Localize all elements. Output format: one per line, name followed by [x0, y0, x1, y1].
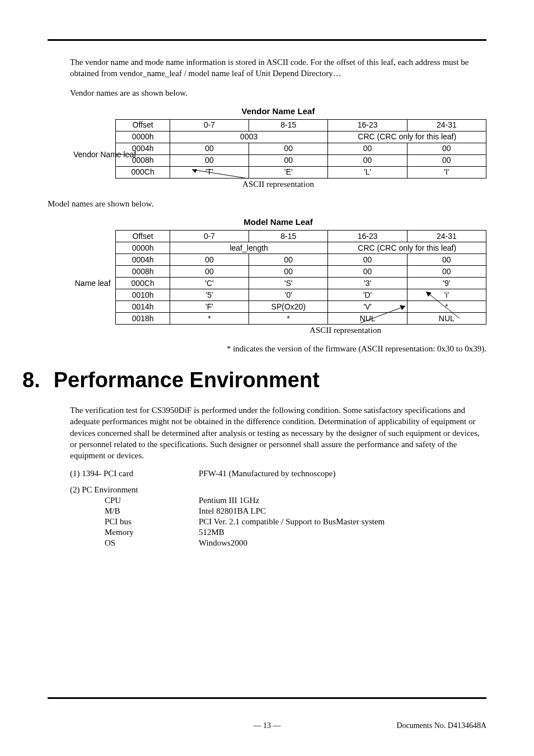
cell: 00	[170, 143, 249, 154]
vendor-table-wrap: Offset 0-7 8-15 16-23 24-31 Vendor Name …	[70, 119, 486, 179]
cell: 00	[328, 266, 407, 278]
cell: 'D'	[328, 289, 407, 301]
document-number: Documents No. D4134648A	[281, 721, 487, 730]
cell: '3'	[328, 278, 407, 289]
spec-label: CPU	[70, 496, 199, 505]
section-number: 8.	[22, 368, 40, 392]
table-row: 0008h 00 00 00 00	[70, 266, 486, 278]
cell: 00	[249, 254, 328, 266]
cell: 0003	[170, 131, 328, 143]
cell: 0004h	[116, 254, 170, 266]
cell: 0008h	[116, 266, 170, 278]
col-header: 0-7	[170, 231, 249, 242]
model-table-title: Model Name Leaf	[70, 217, 486, 227]
col-header: Offset	[116, 119, 170, 131]
svg-marker-1	[192, 169, 197, 173]
cell: 'L'	[328, 166, 407, 178]
col-header: 24-31	[407, 119, 486, 131]
cell: CRC (CRC only for this leaf)	[328, 131, 486, 143]
col-header: 24-31	[407, 231, 486, 242]
spec-value: 512MB	[199, 528, 486, 537]
bottom-rule	[48, 697, 486, 699]
svg-marker-3	[426, 292, 432, 297]
cell: 000Ch	[116, 166, 170, 178]
cell: 00	[170, 154, 249, 166]
model-caption: ASCII representation	[70, 326, 486, 335]
vendor-caption: ASCII representation	[70, 180, 486, 189]
section-title: Performance Environment	[54, 368, 320, 392]
cell: 00	[328, 143, 407, 154]
spec-row: Memory 512MB	[70, 528, 486, 537]
cell: '0'	[249, 289, 328, 301]
cell: leaf_length	[170, 242, 328, 254]
cell: 00	[170, 266, 249, 278]
cell: '5'	[170, 289, 249, 301]
row-side-label: Name leaf	[70, 242, 116, 325]
svg-line-2	[426, 292, 460, 318]
blank-cell	[70, 231, 116, 242]
cell: 'C'	[170, 278, 249, 289]
cell: 0000h	[116, 242, 170, 254]
spec-label: Memory	[70, 528, 199, 537]
spec-label: (2) PC Environment	[70, 485, 199, 495]
blank-cell	[70, 119, 116, 131]
col-header: 8-15	[249, 119, 328, 131]
spec-label: M/B	[70, 506, 199, 516]
vendor-name-leaf-table: Offset 0-7 8-15 16-23 24-31 Vendor Name …	[70, 119, 486, 179]
cell: CRC (CRC only for this leaf)	[328, 242, 486, 254]
cell: 0000h	[116, 131, 170, 143]
cell: 00	[249, 266, 328, 278]
spec-value: Pentium III 1GHz	[199, 496, 486, 505]
cell: 'I'	[407, 166, 486, 178]
col-header: 0-7	[170, 119, 249, 131]
cell: 'S'	[249, 278, 328, 289]
top-rule	[48, 39, 486, 41]
table-row: 0008h 00 00 00 00	[70, 154, 486, 166]
col-header: 8-15	[249, 231, 328, 242]
spec-label: PCI bus	[70, 517, 199, 527]
spec-row: M/B Intel 82801BA LPC	[70, 506, 486, 516]
intro-para-1: The vendor name and mode name informatio…	[70, 57, 486, 79]
cell: 00	[328, 254, 407, 266]
spec-value	[199, 485, 486, 495]
arrow-icon	[352, 302, 414, 327]
spec-row: (2) PC Environment	[70, 485, 486, 495]
spec-value: PFW-41 (Manufactured by technoscope)	[199, 469, 486, 478]
spec-row: PCI bus PCI Ver. 2.1 compatible / Suppor…	[70, 517, 486, 527]
cell: *	[249, 313, 328, 325]
footer: — 13 — Documents No. D4134648A	[48, 697, 486, 730]
cell: 00	[249, 154, 328, 166]
cell: 000Ch	[116, 278, 170, 289]
spec-row: (1) 1394- PCI card PFW-41 (Manufactured …	[70, 469, 486, 478]
svg-line-4	[360, 306, 405, 323]
spec-value: Windows2000	[199, 538, 486, 548]
cell: *	[170, 313, 249, 325]
table-row: 0004h 00 00 00 00	[70, 143, 486, 154]
cell: 'E'	[249, 166, 328, 178]
spec-row: OS Windows2000	[70, 538, 486, 548]
spec-row: CPU Pentium III 1GHz	[70, 496, 486, 505]
cell: SP(Ox20)	[249, 301, 328, 313]
row-side-label: Vendor Name leaf	[70, 131, 116, 178]
col-header: 16-23	[328, 119, 407, 131]
table-row: Offset 0-7 8-15 16-23 24-31	[70, 119, 486, 131]
cell: 00	[407, 154, 486, 166]
spec-label: (1) 1394- PCI card	[70, 469, 199, 478]
table-row: 000Ch 'T' 'E' 'L' 'I'	[70, 166, 486, 178]
cell: 00	[170, 254, 249, 266]
cell: 00	[407, 266, 486, 278]
page-number: — 13 —	[254, 721, 281, 730]
cell: 0018h	[116, 313, 170, 325]
intro-para-3: Model names are shown below.	[48, 198, 486, 209]
cell: 0014h	[116, 301, 170, 313]
cell: 00	[328, 154, 407, 166]
intro-para-2: Vendor names are as shown below.	[70, 87, 486, 98]
section8-para: The verification test for CS3950DiF is p…	[70, 405, 486, 461]
table-row: Offset 0-7 8-15 16-23 24-31	[70, 231, 486, 242]
svg-line-0	[192, 170, 248, 179]
cell: 00	[407, 143, 486, 154]
cell: 00	[249, 143, 328, 154]
spec-value: PCI Ver. 2.1 compatible / Support to Bus…	[199, 517, 486, 527]
col-header: 16-23	[328, 231, 407, 242]
model-caption-label: ASCII representation	[310, 326, 381, 335]
